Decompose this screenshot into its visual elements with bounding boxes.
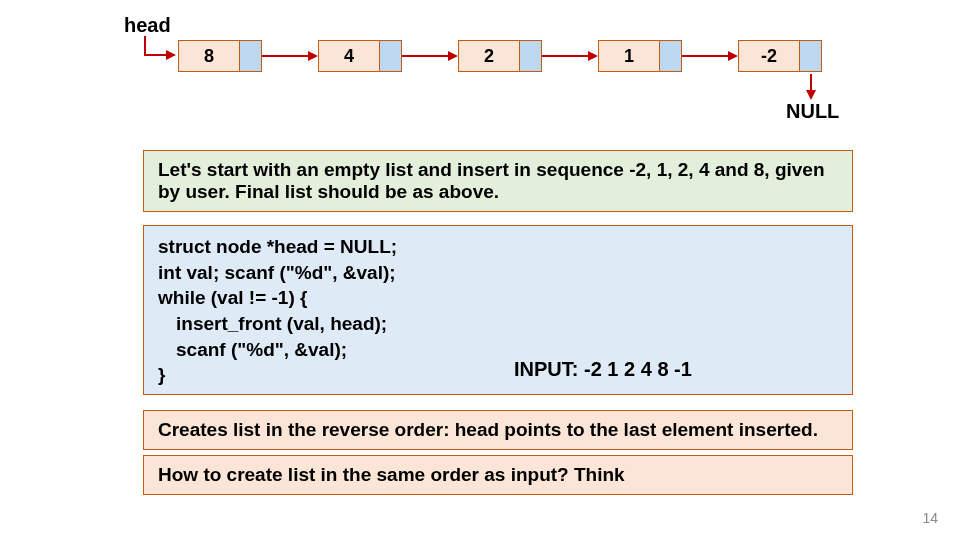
node-pointer [239, 41, 261, 71]
link-arrow-null-tip [806, 90, 816, 100]
link-arrow-0-tip [308, 51, 318, 61]
node-pointer [799, 41, 821, 71]
head-label: head [124, 14, 171, 37]
code-line-5: scanf ("%d", &val); [158, 337, 838, 363]
node-pointer [379, 41, 401, 71]
code-line-1: struct node *head = NULL; [158, 234, 838, 260]
link-arrow-3 [682, 55, 730, 57]
description-box: Let's start with an empty list and inser… [143, 150, 853, 212]
code-line-6: } [158, 362, 838, 388]
page-number: 14 [922, 510, 938, 526]
link-arrow-2 [542, 55, 590, 57]
node-value: 1 [599, 41, 659, 71]
node-2: 2 [458, 40, 542, 72]
node-value: 4 [319, 41, 379, 71]
node-4: -2 [738, 40, 822, 72]
code-line-4: insert_front (val, head); [158, 311, 838, 337]
node-0: 8 [178, 40, 262, 72]
note-box-1: Creates list in the reverse order: head … [143, 410, 853, 450]
node-pointer [659, 41, 681, 71]
code-line-3: while (val != -1) { [158, 285, 838, 311]
description-line1: Let's start with an empty list and inser… [158, 159, 838, 181]
note-box-2: How to create list in the same order as … [143, 455, 853, 495]
link-arrow-1-tip [448, 51, 458, 61]
link-arrow-0 [262, 55, 310, 57]
node-value: 8 [179, 41, 239, 71]
input-label: INPUT: -2 1 2 4 8 -1 [514, 358, 692, 381]
node-pointer [519, 41, 541, 71]
link-arrow-3-tip [728, 51, 738, 61]
code-line-2: int val; scanf ("%d", &val); [158, 260, 838, 286]
arrow-head-to-node-tip [166, 50, 176, 60]
code-box: struct node *head = NULL; int val; scanf… [143, 225, 853, 395]
arrow-head-to-node-h [144, 54, 168, 56]
node-value: -2 [739, 41, 799, 71]
node-value: 2 [459, 41, 519, 71]
description-line2: by user. Final list should be as above. [158, 181, 838, 203]
link-arrow-1 [402, 55, 450, 57]
null-label: NULL [786, 100, 839, 123]
node-3: 1 [598, 40, 682, 72]
node-1: 4 [318, 40, 402, 72]
arrow-head-to-node [144, 36, 146, 54]
link-arrow-2-tip [588, 51, 598, 61]
